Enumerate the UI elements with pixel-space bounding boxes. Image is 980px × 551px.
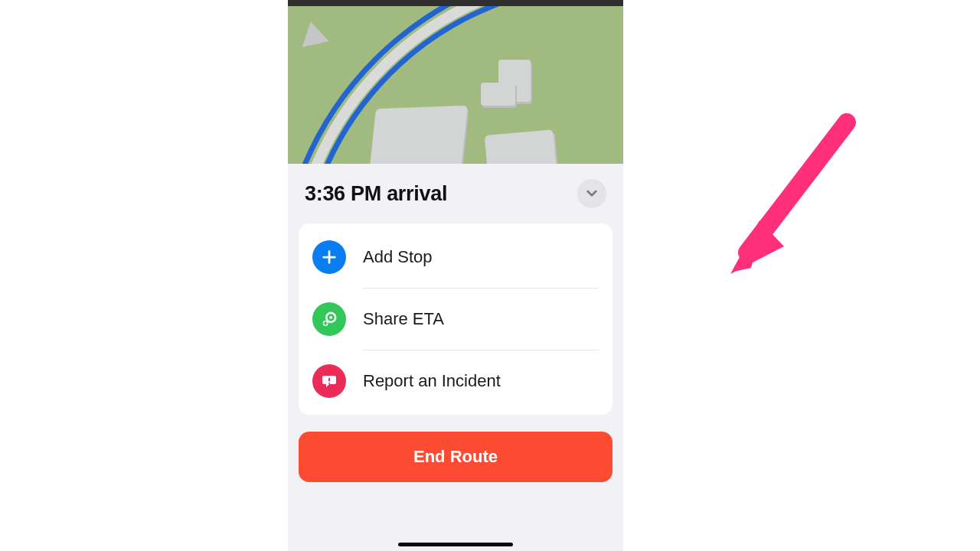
map-dim-overlay: [288, 6, 623, 164]
report-incident-label: Report an Incident: [363, 371, 501, 391]
svg-rect-3: [328, 378, 330, 382]
svg-point-1: [329, 316, 332, 319]
share-eta-button[interactable]: Share ETA: [299, 289, 612, 350]
svg-marker-6: [730, 220, 784, 274]
add-stop-button[interactable]: Add Stop: [299, 227, 612, 288]
speech-alert-icon: [312, 364, 346, 398]
collapse-sheet-button[interactable]: [577, 179, 606, 208]
sheet-header: 3:36 PM arrival: [288, 164, 623, 219]
end-route-label: End Route: [413, 447, 498, 466]
chevron-down-icon: [585, 187, 599, 201]
annotation-arrow: [694, 107, 885, 298]
phone-frame: 3:36 PM arrival Add Stop: [288, 0, 623, 551]
share-eta-label: Share ETA: [363, 309, 444, 329]
report-incident-button[interactable]: Report an Incident: [299, 350, 612, 412]
map-view[interactable]: [288, 6, 623, 164]
svg-line-5: [747, 122, 847, 253]
end-route-button[interactable]: End Route: [299, 432, 612, 482]
route-bottom-sheet: 3:36 PM arrival Add Stop: [288, 164, 623, 551]
route-actions-card: Add Stop Share ETA: [299, 223, 612, 415]
plus-icon: [312, 240, 346, 274]
home-indicator[interactable]: [398, 543, 513, 546]
share-eta-icon: [312, 302, 346, 336]
svg-rect-4: [328, 383, 330, 384]
arrival-time-label: 3:36 PM arrival: [305, 182, 447, 206]
add-stop-label: Add Stop: [363, 247, 433, 267]
status-bar: [288, 0, 623, 6]
